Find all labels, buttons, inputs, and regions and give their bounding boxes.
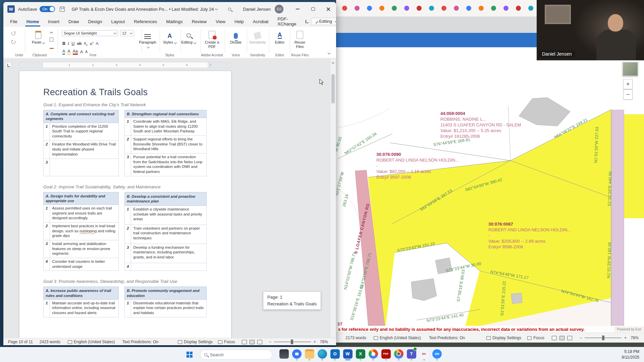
italic-button[interactable]: I (68, 41, 69, 46)
bookmark-favicon[interactable] (528, 6, 533, 11)
close-button[interactable] (321, 2, 336, 16)
bookmark-favicon[interactable] (466, 6, 471, 11)
copy-icon[interactable] (50, 38, 53, 42)
zoom-slider[interactable] (585, 338, 622, 338)
map-zoom-out-button[interactable]: − (623, 89, 633, 100)
minimize-button[interactable] (290, 2, 305, 16)
chevron-down-icon[interactable] (215, 7, 217, 10)
bookmark-favicon[interactable] (392, 6, 397, 11)
table-cell[interactable]: Train volunteers and partners on proper … (131, 225, 207, 244)
tab-stop-selector[interactable] (5, 62, 11, 68)
table-cell[interactable]: Implement best practices in trail tread … (50, 223, 119, 240)
table-cell[interactable]: Disseminate educational materials that e… (131, 299, 207, 317)
focus-button[interactable]: Focus (224, 340, 235, 344)
taskbar-clock[interactable]: 5:18 PM 8/11/2025 (622, 349, 640, 360)
bookmark-favicon[interactable] (454, 6, 459, 11)
document-title[interactable]: GP Trails & Econ Dev Goals and Annexatio… (71, 7, 214, 12)
taskbar-item-acrobat[interactable]: PDF (380, 349, 392, 360)
reuse-files-button[interactable]: Reuse Files (290, 29, 309, 49)
table-cell[interactable]: Maintain accurate and up-to-date trail i… (50, 299, 119, 317)
taskbar-item-chrome-profile[interactable] (392, 349, 405, 360)
page-indicator[interactable]: Page 10 of 11 (8, 340, 33, 344)
table-cell[interactable]: Prioritize completion of the 11200 South… (50, 123, 119, 141)
table-cell[interactable]: Coordinate with MAG, Elk Ridge, and Sale… (131, 118, 207, 136)
autosave-toggle[interactable]: On (40, 6, 55, 12)
table-header[interactable]: B. Develop a consistent and proactive ma… (125, 192, 207, 205)
horizontal-ruler[interactable]: 1 2 3 4 5 6 7 (19, 62, 231, 68)
print-layout-icon[interactable] (559, 336, 565, 340)
tab-help[interactable]: Help (234, 19, 244, 24)
paste-button[interactable]: Paste (29, 29, 48, 45)
page-title[interactable]: Recreation & Trails Goals (43, 87, 207, 98)
language-status[interactable]: English (United States) (74, 340, 115, 344)
language-status[interactable]: English (United States) (380, 336, 421, 340)
scroll-up-arrow[interactable] (332, 61, 334, 63)
read-mode-icon[interactable] (552, 336, 557, 340)
editing-mode-dropdown[interactable]: Editing (311, 18, 336, 25)
zoom-slider[interactable] (274, 342, 311, 342)
tab-design[interactable]: Design (88, 19, 102, 24)
tab-pdfxchange[interactable]: PDF-XChange (277, 16, 296, 26)
create-pdf-button[interactable]: Create a PDF (203, 29, 221, 49)
taskbar-item-outlook[interactable]: O (329, 349, 341, 360)
table-header[interactable]: A. Complete and connect existing trail s… (44, 110, 119, 123)
table-cell[interactable]: Consider trail counters to better unders… (50, 258, 119, 271)
goal-heading[interactable]: Goal 3: Promote Awareness, Stewardship, … (43, 279, 207, 284)
styles-button[interactable]: A Styles (160, 29, 179, 45)
shrink-font-button[interactable]: A (85, 50, 88, 54)
display-settings-button[interactable]: Display Settings (492, 336, 521, 340)
taskbar-item-word[interactable]: W (341, 349, 354, 360)
word-count[interactable]: 2423 words (40, 340, 60, 344)
table-cell[interactable]: Support regional efforts to bring the Bo… (131, 136, 207, 154)
bookmark-favicon[interactable] (379, 6, 384, 11)
strikethrough-button[interactable]: ab (77, 41, 82, 46)
font-color-button[interactable]: Aa (73, 49, 78, 55)
vertical-scrollbar[interactable] (331, 59, 335, 337)
taskbar-item-chrome[interactable] (367, 349, 380, 360)
zoom-level[interactable]: 78% (320, 340, 328, 344)
table-header[interactable]: A. Design trails for durability and appr… (44, 192, 119, 204)
comments-icon[interactable] (306, 20, 306, 23)
zoom-in-button[interactable]: + (624, 336, 627, 340)
table-header[interactable]: B. Strengthen regional trail connections (125, 110, 207, 118)
text-predictions-status[interactable]: Text Predictions: On (122, 340, 158, 344)
taskbar-item-zoom[interactable]: zm (431, 349, 443, 360)
taskbar-item-file-explorer[interactable] (303, 349, 316, 360)
search-icon[interactable] (228, 8, 231, 11)
scrollbar-thumb[interactable] (331, 74, 335, 104)
taskbar-item-excel[interactable]: X (354, 349, 367, 360)
bookmark-favicon[interactable] (479, 6, 484, 11)
taskbar-item-chat[interactable] (290, 349, 303, 360)
goal-heading[interactable]: Goal 2: Improve Trail Sustainability, Sa… (43, 184, 207, 189)
tab-view[interactable]: View (216, 19, 225, 24)
tab-review[interactable]: Review (192, 19, 207, 24)
superscript-button[interactable]: x2 (90, 41, 94, 46)
taskbar-item-snipping-tool[interactable]: ✂ (418, 349, 431, 360)
proofing-icon[interactable] (374, 336, 378, 340)
bookmark-favicon[interactable] (516, 6, 521, 11)
table-cell[interactable]: Finalize the Woodland Hills Drive Trail … (50, 141, 119, 159)
map-zoom-in-button[interactable]: + (623, 79, 633, 89)
zoom-level[interactable]: 78% (631, 336, 639, 340)
read-mode-icon[interactable] (242, 340, 247, 344)
text-highlight-button[interactable]: A (62, 49, 65, 55)
display-settings-button[interactable]: Display Settings (184, 340, 213, 344)
table-cell[interactable]: Pursue potential for a trail connection … (131, 154, 207, 176)
table-cell[interactable] (131, 263, 207, 271)
font-name-select[interactable]: Segoe UI Semilight (62, 30, 118, 36)
dictate-button[interactable]: Dictate (226, 29, 245, 45)
tab-references[interactable]: References (134, 19, 157, 24)
table-cell[interactable] (50, 159, 119, 176)
zoom-out-button[interactable]: − (269, 340, 271, 344)
format-painter-icon[interactable] (50, 46, 54, 49)
bookmark-favicon[interactable] (355, 6, 360, 11)
taskbar-item-edge[interactable] (316, 349, 329, 360)
editing-button[interactable]: Editing (179, 29, 198, 45)
bookmark-favicon[interactable] (342, 6, 347, 11)
print-layout-icon[interactable] (250, 340, 255, 344)
tab-acrobat[interactable]: Acrobat (253, 19, 269, 24)
subscript-button[interactable]: x2 (84, 41, 88, 47)
underline-button[interactable]: U (71, 41, 74, 46)
bookmark-favicon[interactable] (491, 6, 496, 11)
redo-icon[interactable]: ⭮ (11, 39, 16, 45)
